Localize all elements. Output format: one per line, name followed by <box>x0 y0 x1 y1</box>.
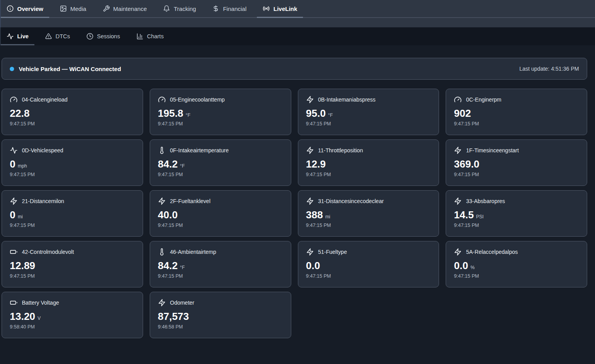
metric-label: 04-Calcengineload <box>22 96 68 103</box>
zap-icon <box>454 248 462 256</box>
tab-live-label: Live <box>17 33 29 39</box>
metric-label: 5A-Relaccelpedalpos <box>466 249 518 255</box>
metric-value: 84.2 <box>158 159 178 170</box>
tab-live[interactable]: Live <box>1 27 34 45</box>
metric-timestamp: 9:47:15 PM <box>10 172 135 177</box>
metric-unit: °F <box>180 163 185 169</box>
metric-grid: 04-Calcengineload 22.8 9:47:15 PM 05-Eng… <box>2 89 587 338</box>
live-dashboard: Vehicle Parked — WiCAN Connected Last up… <box>0 45 595 338</box>
metric-label: 31-Distancesincecodeclear <box>318 198 384 204</box>
metric-label: 1F-Timesinceengstart <box>466 147 519 153</box>
app-nav: Overview Media Maintenance Tracking Fina… <box>0 0 595 27</box>
battery-icon <box>10 299 18 307</box>
tab-livelink[interactable]: LiveLink <box>257 0 303 17</box>
tab-dtcs-label: DTCs <box>56 33 70 39</box>
metric-value: 0.0 <box>306 261 320 271</box>
info-icon <box>7 5 14 12</box>
metric-card: 21-Distancemilon 0 mi 9:47:15 PM <box>2 190 143 237</box>
radio-icon <box>263 5 270 12</box>
gauge-icon <box>454 96 462 103</box>
metric-card: 05-Enginecoolanttemp 195.8 °F 9:47:15 PM <box>150 89 291 135</box>
metric-label: 33-Absbaropres <box>466 198 505 204</box>
bell-icon <box>163 5 170 12</box>
metric-label: 2F-Fueltanklevel <box>170 198 211 204</box>
zap-icon <box>306 197 314 205</box>
dollar-icon <box>212 5 219 12</box>
metric-timestamp: 9:47:15 PM <box>158 273 283 279</box>
image-icon <box>60 5 67 12</box>
metric-unit: mi <box>325 214 330 219</box>
zap-icon <box>454 197 462 205</box>
metric-card: 0D-Vehiclespeed 0 mph 9:47:15 PM <box>2 139 143 186</box>
tab-financial-label: Financial <box>223 5 246 12</box>
metric-value: 0 <box>10 210 15 220</box>
tab-charts[interactable]: Charts <box>131 27 170 45</box>
zap-icon <box>10 197 18 205</box>
metric-unit: % <box>470 265 475 270</box>
gauge-icon <box>158 96 166 103</box>
metric-card: 31-Distancesincecodeclear 388 mi 9:47:15… <box>298 190 439 237</box>
metric-timestamp: 9:47:15 PM <box>10 121 135 127</box>
tab-overview[interactable]: Overview <box>1 0 49 17</box>
metric-label: 0F-Intakeairtemperature <box>170 147 229 153</box>
metric-value: 40.0 <box>158 210 178 220</box>
last-update: Last update: 4:51:36 PM <box>519 66 579 72</box>
activity-icon <box>10 146 18 154</box>
metric-label: 0C-Enginerpm <box>466 96 501 103</box>
metric-unit: mi <box>18 214 23 219</box>
metric-timestamp: 9:46:58 PM <box>158 324 283 330</box>
metric-unit: PSI <box>476 214 484 219</box>
app-nav-tabs: Overview Media Maintenance Tracking Fina… <box>1 0 595 18</box>
metric-card: 0B-Intakemaniabspress 95.0 °F 9:47:15 PM <box>298 89 439 135</box>
tab-maintenance[interactable]: Maintenance <box>97 0 153 17</box>
metric-timestamp: 9:47:15 PM <box>306 121 431 127</box>
status-text: Vehicle Parked — WiCAN Connected <box>19 66 121 72</box>
zap-icon <box>158 197 166 205</box>
metric-card: 5A-Relaccelpedalpos 0.0 % 9:47:15 PM <box>446 241 587 287</box>
metric-value: 84.2 <box>158 261 178 271</box>
livelink-sub-nav-tabs: Live DTCs Sessions Charts <box>1 27 595 45</box>
metric-card: 11-Throttleposition 12.9 9:47:15 PM <box>298 139 439 186</box>
metric-unit: °F <box>328 112 333 118</box>
metric-label: 51-Fueltype <box>318 249 347 255</box>
metric-card: 46-Ambientairtemp 84.2 °F 9:47:15 PM <box>150 241 291 287</box>
zap-icon <box>158 299 166 307</box>
metric-card: 51-Fueltype 0.0 9:47:15 PM <box>298 241 439 287</box>
metric-card: 2F-Fueltanklevel 40.0 9:47:15 PM <box>150 190 291 237</box>
activity-icon <box>7 33 14 40</box>
metric-unit: °F <box>180 265 185 270</box>
zap-icon <box>306 96 314 103</box>
metric-timestamp: 9:47:15 PM <box>454 223 579 228</box>
tab-sessions[interactable]: Sessions <box>81 27 126 45</box>
metric-value: 388 <box>306 210 323 220</box>
metric-label: 11-Throttleposition <box>318 147 363 153</box>
thermometer-icon <box>158 248 166 256</box>
alert-triangle-icon <box>45 33 52 40</box>
metric-unit: °F <box>186 112 190 118</box>
metric-unit: V <box>38 316 41 321</box>
metric-card: 42-Controlmodulevolt 12.89 9:47:15 PM <box>2 241 143 287</box>
metric-card: Battery Voltage 13.20 V 9:58:40 PM <box>2 292 143 338</box>
status-bar: Vehicle Parked — WiCAN Connected Last up… <box>2 58 587 80</box>
metric-label: 05-Enginecoolanttemp <box>170 96 225 103</box>
tab-media[interactable]: Media <box>54 0 92 17</box>
metric-timestamp: 9:47:15 PM <box>158 121 283 127</box>
metric-timestamp: 9:47:15 PM <box>306 223 431 228</box>
metric-timestamp: 9:47:15 PM <box>10 273 135 279</box>
tab-dtcs[interactable]: DTCs <box>39 27 76 45</box>
metric-unit: mph <box>18 163 27 169</box>
tab-maintenance-label: Maintenance <box>113 5 147 12</box>
metric-timestamp: 9:47:15 PM <box>306 273 431 279</box>
metric-value: 369.0 <box>454 159 479 170</box>
metric-label: Odometer <box>170 300 194 306</box>
tab-tracking-label: Tracking <box>174 5 196 12</box>
metric-timestamp: 9:47:15 PM <box>454 121 579 127</box>
status-dot-icon <box>10 67 14 71</box>
metric-card: 0C-Enginerpm 902 9:47:15 PM <box>446 89 587 135</box>
metric-timestamp: 9:47:15 PM <box>158 172 283 177</box>
livelink-sub-nav: Live DTCs Sessions Charts <box>0 27 595 45</box>
thermometer-icon <box>158 146 166 154</box>
tab-tracking[interactable]: Tracking <box>157 0 202 17</box>
tab-financial[interactable]: Financial <box>206 0 252 17</box>
bar-chart-icon <box>136 33 143 40</box>
